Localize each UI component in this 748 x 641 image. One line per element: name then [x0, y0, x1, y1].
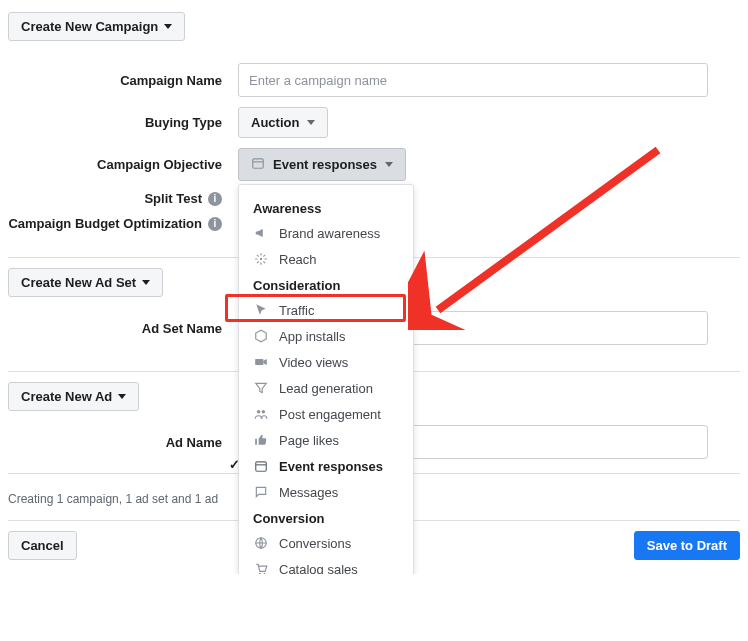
- globe-icon: [253, 535, 269, 551]
- svg-rect-3: [255, 359, 263, 365]
- split-test-label: Split Test i: [8, 191, 238, 206]
- objective-option-label: Lead generation: [279, 381, 373, 396]
- check-icon: ✓: [229, 457, 245, 472]
- video-icon: [253, 354, 269, 370]
- create-campaign-label: Create New Campaign: [21, 19, 158, 34]
- cancel-button[interactable]: Cancel: [8, 531, 77, 560]
- objective-option-label: Conversions: [279, 536, 351, 551]
- objective-option-label: Event responses: [279, 459, 383, 474]
- create-ad-set-button[interactable]: Create New Ad Set: [8, 268, 163, 297]
- chevron-down-icon: [307, 120, 315, 125]
- objective-option-label: Page likes: [279, 433, 339, 448]
- chevron-down-icon: [385, 162, 393, 167]
- svg-rect-6: [256, 462, 267, 471]
- cursor-icon: [253, 302, 269, 318]
- objective-option-label: Messages: [279, 485, 338, 500]
- objective-option-label: Traffic: [279, 303, 314, 318]
- funnel-icon: [253, 380, 269, 396]
- package-icon: [253, 328, 269, 344]
- objective-option-page-likes[interactable]: Page likes: [239, 427, 413, 453]
- save-draft-label: Save to Draft: [647, 538, 727, 553]
- objective-option-brand-awareness[interactable]: Brand awareness: [239, 220, 413, 246]
- info-icon[interactable]: i: [208, 192, 222, 206]
- objective-option-label: Brand awareness: [279, 226, 380, 241]
- objective-group-title: Consideration: [239, 272, 413, 297]
- calendar-icon: [251, 156, 265, 173]
- objective-option-label: Video views: [279, 355, 348, 370]
- ad-set-name-label: Ad Set Name: [8, 321, 238, 336]
- reach-icon: [253, 251, 269, 267]
- buying-type-select[interactable]: Auction: [238, 107, 328, 138]
- objective-option-lead-generation[interactable]: Lead generation: [239, 375, 413, 401]
- objective-option-app-installs[interactable]: App installs: [239, 323, 413, 349]
- objective-option-label: Post engagement: [279, 407, 381, 422]
- save-draft-button[interactable]: Save to Draft: [634, 531, 740, 560]
- megaphone-icon: [253, 225, 269, 241]
- objective-option-reach[interactable]: Reach: [239, 246, 413, 272]
- campaign-objective-select[interactable]: Event responses: [238, 148, 406, 181]
- chevron-down-icon: [164, 24, 172, 29]
- svg-point-9: [259, 573, 261, 574]
- campaign-name-input[interactable]: [238, 63, 708, 97]
- create-campaign-button[interactable]: Create New Campaign: [8, 12, 185, 41]
- objective-option-conversions[interactable]: Conversions: [239, 530, 413, 556]
- objective-option-traffic[interactable]: Traffic: [239, 297, 413, 323]
- chat-icon: [253, 484, 269, 500]
- objective-dropdown: Awareness Brand awareness Reach Consider…: [238, 184, 414, 574]
- cancel-label: Cancel: [21, 538, 64, 553]
- objective-option-video-views[interactable]: Video views: [239, 349, 413, 375]
- buying-type-label: Buying Type: [8, 115, 238, 130]
- svg-rect-0: [253, 159, 264, 168]
- svg-point-2: [260, 258, 262, 260]
- objective-option-label: App installs: [279, 329, 345, 344]
- thumbs-up-icon: [253, 432, 269, 448]
- objective-option-label: Catalog sales: [279, 562, 358, 575]
- buying-type-value: Auction: [251, 115, 299, 130]
- cart-icon: [253, 561, 269, 574]
- calendar-icon: [253, 458, 269, 474]
- info-icon[interactable]: i: [208, 217, 222, 231]
- objective-option-label: Reach: [279, 252, 317, 267]
- svg-point-5: [262, 410, 266, 414]
- objective-option-event-responses[interactable]: ✓ Event responses: [239, 453, 413, 479]
- campaign-objective-value: Event responses: [273, 157, 377, 172]
- svg-point-4: [257, 410, 261, 414]
- people-icon: [253, 406, 269, 422]
- ad-name-label: Ad Name: [8, 435, 238, 450]
- chevron-down-icon: [142, 280, 150, 285]
- campaign-objective-label: Campaign Objective: [8, 157, 238, 172]
- create-ad-button[interactable]: Create New Ad: [8, 382, 139, 411]
- chevron-down-icon: [118, 394, 126, 399]
- create-ad-label: Create New Ad: [21, 389, 112, 404]
- svg-point-10: [264, 573, 266, 574]
- create-ad-set-label: Create New Ad Set: [21, 275, 136, 290]
- objective-option-messages[interactable]: Messages: [239, 479, 413, 505]
- budget-optimization-label: Campaign Budget Optimization i: [8, 216, 238, 231]
- objective-group-title: Awareness: [239, 195, 413, 220]
- campaign-name-label: Campaign Name: [8, 73, 238, 88]
- objective-option-post-engagement[interactable]: Post engagement: [239, 401, 413, 427]
- objective-group-title: Conversion: [239, 505, 413, 530]
- objective-option-catalog-sales[interactable]: Catalog sales: [239, 556, 413, 574]
